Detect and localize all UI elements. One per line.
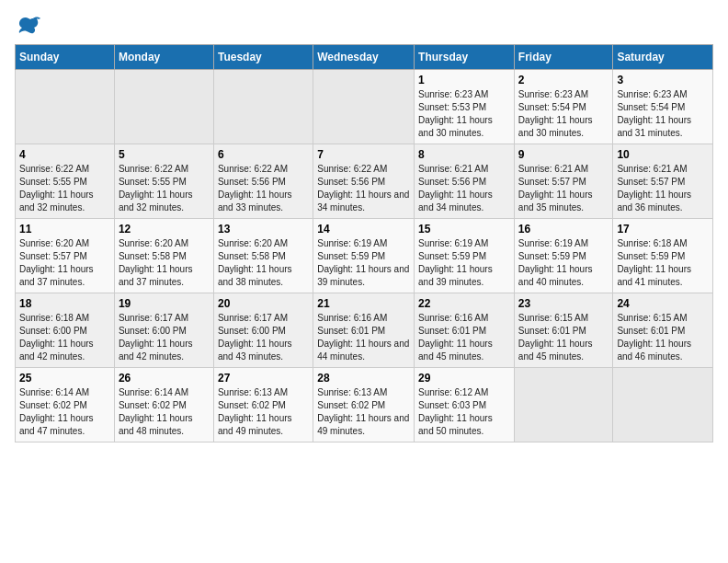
sunrise-text: Sunrise: 6:13 AM — [218, 386, 309, 399]
sunset-text: Sunset: 5:55 PM — [19, 176, 110, 189]
calendar-cell: 6 Sunrise: 6:22 AM Sunset: 5:56 PM Dayli… — [213, 144, 313, 219]
day-number: 2 — [518, 74, 609, 86]
day-number: 7 — [317, 148, 410, 161]
day-number: 10 — [617, 148, 709, 161]
sunrise-text: Sunrise: 6:14 AM — [19, 386, 110, 399]
sunrise-text: Sunrise: 6:12 AM — [418, 386, 510, 399]
sunset-text: Sunset: 6:00 PM — [119, 325, 210, 338]
calendar-week-row: 4 Sunrise: 6:22 AM Sunset: 5:55 PM Dayli… — [16, 144, 713, 219]
header-day-thursday: Thursday — [415, 45, 515, 70]
sunrise-text: Sunrise: 6:22 AM — [317, 163, 410, 176]
calendar-cell: 11 Sunrise: 6:20 AM Sunset: 5:57 PM Dayl… — [16, 219, 115, 293]
cell-content: Sunrise: 6:18 AM Sunset: 6:00 PM Dayligh… — [19, 312, 110, 363]
calendar-cell: 2 Sunrise: 6:23 AM Sunset: 5:54 PM Dayli… — [514, 70, 613, 144]
sunset-text: Sunset: 5:59 PM — [518, 250, 609, 263]
sunset-text: Sunset: 5:57 PM — [518, 176, 609, 189]
sunrise-text: Sunrise: 6:22 AM — [19, 163, 110, 176]
cell-content: Sunrise: 6:17 AM Sunset: 6:00 PM Dayligh… — [119, 312, 210, 363]
sunset-text: Sunset: 6:01 PM — [617, 325, 709, 338]
day-number: 19 — [119, 297, 210, 310]
calendar-cell: 17 Sunrise: 6:18 AM Sunset: 5:59 PM Dayl… — [613, 219, 713, 293]
logo — [15, 15, 46, 37]
daylight-text: Daylight: 11 hours and 49 minutes. — [218, 412, 309, 438]
sunset-text: Sunset: 5:59 PM — [317, 250, 410, 263]
sunrise-text: Sunrise: 6:16 AM — [418, 312, 510, 325]
day-number: 23 — [518, 297, 609, 310]
daylight-text: Daylight: 11 hours and 43 minutes. — [218, 338, 309, 363]
day-number: 28 — [317, 372, 410, 385]
cell-content: Sunrise: 6:22 AM Sunset: 5:55 PM Dayligh… — [119, 163, 210, 214]
daylight-text: Daylight: 11 hours and 34 minutes. — [418, 189, 510, 214]
sunset-text: Sunset: 5:56 PM — [418, 176, 510, 189]
calendar-cell: 4 Sunrise: 6:22 AM Sunset: 5:55 PM Dayli… — [16, 144, 115, 219]
calendar-cell: 15 Sunrise: 6:19 AM Sunset: 5:59 PM Dayl… — [415, 219, 515, 293]
header-day-wednesday: Wednesday — [313, 45, 415, 70]
daylight-text: Daylight: 11 hours and 39 minutes. — [418, 263, 510, 289]
calendar-cell: 16 Sunrise: 6:19 AM Sunset: 5:59 PM Dayl… — [514, 219, 613, 293]
header-day-monday: Monday — [114, 45, 213, 70]
calendar-week-row: 1 Sunrise: 6:23 AM Sunset: 5:53 PM Dayli… — [16, 70, 713, 144]
sunset-text: Sunset: 6:01 PM — [317, 325, 410, 338]
cell-content: Sunrise: 6:22 AM Sunset: 5:55 PM Dayligh… — [19, 163, 110, 214]
cell-content: Sunrise: 6:14 AM Sunset: 6:02 PM Dayligh… — [119, 386, 210, 438]
calendar-cell: 21 Sunrise: 6:16 AM Sunset: 6:01 PM Dayl… — [313, 293, 415, 368]
sunset-text: Sunset: 6:02 PM — [19, 399, 110, 412]
day-number: 5 — [119, 148, 210, 161]
sunset-text: Sunset: 5:54 PM — [617, 101, 709, 114]
cell-content: Sunrise: 6:16 AM Sunset: 6:01 PM Dayligh… — [317, 312, 410, 363]
sunrise-text: Sunrise: 6:21 AM — [518, 163, 609, 176]
calendar-cell: 7 Sunrise: 6:22 AM Sunset: 5:56 PM Dayli… — [313, 144, 415, 219]
sunrise-text: Sunrise: 6:22 AM — [119, 163, 210, 176]
cell-content: Sunrise: 6:19 AM Sunset: 5:59 PM Dayligh… — [418, 237, 510, 289]
day-number: 1 — [418, 74, 510, 86]
calendar-cell: 5 Sunrise: 6:22 AM Sunset: 5:55 PM Dayli… — [114, 144, 213, 219]
daylight-text: Daylight: 11 hours and 38 minutes. — [218, 263, 309, 289]
day-number: 29 — [418, 372, 510, 385]
header-day-tuesday: Tuesday — [213, 45, 313, 70]
day-number: 17 — [617, 223, 709, 236]
sunrise-text: Sunrise: 6:15 AM — [518, 312, 609, 325]
calendar-cell — [213, 70, 313, 144]
day-number: 25 — [19, 372, 110, 385]
cell-content: Sunrise: 6:23 AM Sunset: 5:54 PM Dayligh… — [518, 88, 609, 140]
calendar-week-row: 25 Sunrise: 6:14 AM Sunset: 6:02 PM Dayl… — [16, 368, 713, 442]
day-number: 4 — [19, 148, 110, 161]
daylight-text: Daylight: 11 hours and 36 minutes. — [617, 189, 709, 214]
sunset-text: Sunset: 5:59 PM — [418, 250, 510, 263]
daylight-text: Daylight: 11 hours and 34 minutes. — [317, 189, 410, 214]
cell-content: Sunrise: 6:14 AM Sunset: 6:02 PM Dayligh… — [19, 386, 110, 438]
cell-content: Sunrise: 6:21 AM Sunset: 5:57 PM Dayligh… — [617, 163, 709, 214]
day-number: 16 — [518, 223, 609, 236]
calendar-cell: 26 Sunrise: 6:14 AM Sunset: 6:02 PM Dayl… — [114, 368, 213, 442]
sunset-text: Sunset: 5:56 PM — [317, 176, 410, 189]
calendar-cell: 28 Sunrise: 6:13 AM Sunset: 6:02 PM Dayl… — [313, 368, 415, 442]
cell-content: Sunrise: 6:19 AM Sunset: 5:59 PM Dayligh… — [518, 237, 609, 289]
calendar-cell: 27 Sunrise: 6:13 AM Sunset: 6:02 PM Dayl… — [213, 368, 313, 442]
daylight-text: Daylight: 11 hours and 50 minutes. — [418, 412, 510, 438]
sunrise-text: Sunrise: 6:23 AM — [518, 88, 609, 101]
daylight-text: Daylight: 11 hours and 47 minutes. — [19, 412, 110, 438]
day-number: 26 — [119, 372, 210, 385]
calendar-cell: 1 Sunrise: 6:23 AM Sunset: 5:53 PM Dayli… — [415, 70, 515, 144]
day-number: 8 — [418, 148, 510, 161]
sunrise-text: Sunrise: 6:19 AM — [518, 237, 609, 250]
calendar-cell: 25 Sunrise: 6:14 AM Sunset: 6:02 PM Dayl… — [16, 368, 115, 442]
day-number: 11 — [19, 223, 110, 236]
cell-content: Sunrise: 6:13 AM Sunset: 6:02 PM Dayligh… — [317, 386, 410, 438]
calendar-cell: 13 Sunrise: 6:20 AM Sunset: 5:58 PM Dayl… — [213, 219, 313, 293]
sunrise-text: Sunrise: 6:15 AM — [617, 312, 709, 325]
calendar-cell — [16, 70, 115, 144]
sunrise-text: Sunrise: 6:18 AM — [617, 237, 709, 250]
daylight-text: Daylight: 11 hours and 40 minutes. — [518, 263, 609, 289]
daylight-text: Daylight: 11 hours and 42 minutes. — [19, 338, 110, 363]
sunrise-text: Sunrise: 6:21 AM — [418, 163, 510, 176]
day-number: 27 — [218, 372, 309, 385]
sunset-text: Sunset: 5:58 PM — [119, 250, 210, 263]
header-day-sunday: Sunday — [16, 45, 115, 70]
sunrise-text: Sunrise: 6:19 AM — [418, 237, 510, 250]
cell-content: Sunrise: 6:15 AM Sunset: 6:01 PM Dayligh… — [518, 312, 609, 363]
sunset-text: Sunset: 5:56 PM — [218, 176, 309, 189]
daylight-text: Daylight: 11 hours and 49 minutes. — [317, 412, 410, 438]
calendar-cell: 3 Sunrise: 6:23 AM Sunset: 5:54 PM Dayli… — [613, 70, 713, 144]
daylight-text: Daylight: 11 hours and 31 minutes. — [617, 114, 709, 140]
